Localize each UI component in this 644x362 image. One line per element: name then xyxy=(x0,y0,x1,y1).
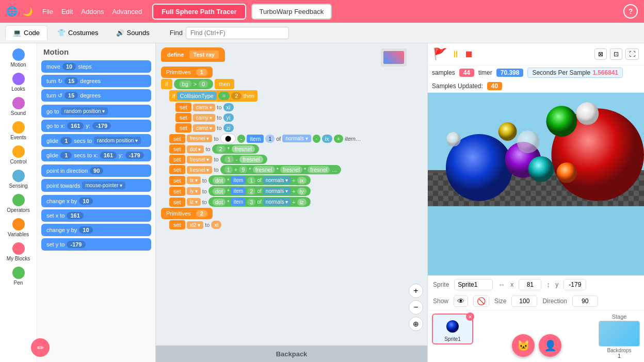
x-label: x xyxy=(510,281,513,288)
sounds-icon: 🔊 xyxy=(116,29,124,37)
script-canvas: define Test ray Primitives 1 if xyxy=(156,43,427,362)
category-myblocks[interactable]: My Blocks xyxy=(2,240,36,264)
set-iz-block: set iz ▾ to dot * item 3 of normals ▾ + … xyxy=(169,197,407,207)
stage-scene xyxy=(428,93,644,206)
cat-action-btn[interactable]: 🐱 xyxy=(512,334,535,357)
block-turn-ccw[interactable]: turn ↺ 15 degrees xyxy=(41,89,151,102)
sps-label: Seconds Per Sample xyxy=(532,69,590,76)
zoom-in-btn[interactable]: + xyxy=(409,284,423,298)
find-label: Find xyxy=(170,29,183,37)
set-fresnel-block: set fresnel ▾ to ⬤ - item 1 of normals ▾… xyxy=(169,134,407,143)
help-icon[interactable]: ? xyxy=(623,4,638,19)
category-sound[interactable]: Sound xyxy=(2,95,36,118)
seconds-per-sample: Seconds Per Sample 1.566841 xyxy=(527,68,623,78)
if-block-1: if bg > 0 then xyxy=(161,79,407,89)
direction-input[interactable] xyxy=(572,295,598,307)
svg-point-19 xyxy=(446,320,459,333)
zoom-out-btn[interactable]: − xyxy=(409,300,423,315)
shrink-view-btn[interactable]: ⊠ xyxy=(594,48,607,60)
block-point-towards[interactable]: point towards mouse-pointer ▾ xyxy=(41,179,151,192)
y-input[interactable] xyxy=(564,279,586,290)
block-set-y[interactable]: set y to -179 xyxy=(41,238,151,251)
editor-tabs: 💻 Code 👕 Costumes 🔊 Sounds Find xyxy=(0,23,644,43)
samples-updated-value: 40 xyxy=(487,82,502,90)
advanced-menu[interactable]: Advanced xyxy=(112,8,142,15)
set-dot-block: set dot ▾ to 2 * fresnel xyxy=(169,144,407,154)
fullscreen-btn[interactable]: ⛶ xyxy=(625,48,639,60)
costume-action-btn[interactable]: 👤 xyxy=(539,334,561,357)
block-glide-xy[interactable]: glide 1 secs to x: 161 y: -179 xyxy=(41,149,151,161)
zoom-controls: + − ⊕ xyxy=(409,284,423,331)
normal-view-btn[interactable]: ⊡ xyxy=(610,48,622,60)
turbowarp-feedback-button[interactable]: TurboWarp Feedback xyxy=(251,4,332,20)
file-menu[interactable]: File xyxy=(42,8,53,15)
stats-bar: samples 44 timer 70.398 Seconds Per Samp… xyxy=(428,65,644,93)
block-set-x[interactable]: set x to 161 xyxy=(41,209,151,222)
svg-rect-17 xyxy=(428,93,644,206)
backpack-bar[interactable]: Backpack xyxy=(156,345,427,362)
script-area[interactable]: define Test ray Primitives 1 if xyxy=(156,43,427,362)
samples-updated-label: Samples Updated: xyxy=(432,83,483,90)
find-input[interactable] xyxy=(186,27,289,39)
category-events[interactable]: Events xyxy=(2,119,36,142)
block-glide-pos[interactable]: glide 1 secs to random position ▾ xyxy=(41,134,151,147)
timer-value: 70.398 xyxy=(496,69,524,77)
stage-section: Stage Backdrops 1 xyxy=(599,314,640,359)
x-input[interactable] xyxy=(519,279,541,290)
project-title-button[interactable]: Full Sphere Path Tracer xyxy=(152,4,246,20)
backpack-label: Backpack xyxy=(276,350,308,358)
category-control[interactable]: Control xyxy=(2,143,36,167)
block-goto-xy[interactable]: go to x: 161 y: -179 xyxy=(41,120,151,132)
set-xl2-block: set xl2 ▾ to xl xyxy=(169,220,407,229)
nav-menu: File Edit Addons Advanced xyxy=(42,8,142,15)
category-operators[interactable]: Operators xyxy=(2,192,36,215)
set-fresnel2-block: set fresnel ▾ to 1 - fresnel xyxy=(169,155,407,164)
backdrops-count: 1 xyxy=(618,353,621,359)
sprite-info: Sprite ↔ x ↕ y xyxy=(428,275,644,293)
category-pen[interactable]: Pen xyxy=(2,265,36,288)
pause-btn[interactable]: ⏸ xyxy=(451,49,460,60)
stop-btn[interactable]: ⏹ xyxy=(464,49,474,60)
blocks-panel-title: Motion xyxy=(41,47,151,56)
stage-thumbnail[interactable] xyxy=(599,321,640,347)
block-goto[interactable]: go to random position ▾ xyxy=(41,105,151,118)
category-sensing[interactable]: Sensing xyxy=(2,168,36,191)
addons-menu[interactable]: Addons xyxy=(81,8,104,15)
block-change-x[interactable]: change x by 10 xyxy=(41,195,151,207)
category-motion[interactable]: Motion xyxy=(2,46,36,70)
tab-costumes[interactable]: 👕 Costumes xyxy=(50,25,106,40)
sprite-delete-btn[interactable]: ✕ xyxy=(466,312,474,321)
sprite-thumb-1[interactable]: ✕ Sprite1 xyxy=(432,314,473,344)
if-collision-block: if CollisionType = 2 then xyxy=(169,90,257,102)
stage-area: 🚩 ⏸ ⏹ ⊠ ⊡ ⛶ samples 44 timer 70.398 Seco… xyxy=(427,43,644,362)
pen-button[interactable]: ✏ xyxy=(31,338,50,357)
stage-canvas[interactable] xyxy=(428,93,644,275)
block-change-y[interactable]: change y by 10 xyxy=(41,224,151,236)
block-point-dir[interactable]: point in direction 90 xyxy=(41,164,151,177)
primitives-block-2: Primitives 2 xyxy=(161,208,407,219)
sprite-name-input[interactable] xyxy=(454,279,493,290)
tab-sounds[interactable]: 🔊 Sounds xyxy=(108,25,157,40)
category-looks[interactable]: Looks xyxy=(2,71,36,94)
main-layout: Motion Looks Sound Events Control Sensin… xyxy=(0,43,644,362)
green-flag-btn[interactable]: 🚩 xyxy=(433,47,447,61)
block-move[interactable]: move 10 steps xyxy=(41,60,151,73)
show-visible-btn[interactable]: 👁 xyxy=(454,295,468,307)
block-turn-cw[interactable]: turn ↻ 15 degrees xyxy=(41,75,151,87)
primitives-block-1: Primitives 1 xyxy=(161,67,213,78)
stage-view-btns: ⊠ ⊡ ⛶ xyxy=(594,48,639,60)
edit-menu[interactable]: Edit xyxy=(61,8,73,15)
tab-code[interactable]: 💻 Code xyxy=(5,25,47,40)
samples-label: samples xyxy=(432,69,455,76)
show-hidden-btn[interactable]: 🚫 xyxy=(473,295,489,307)
zoom-reset-btn[interactable]: ⊕ xyxy=(409,317,423,331)
set-ix-block: set ix ▾ to dot * item 1 of normals ▾ + … xyxy=(169,175,407,185)
y-label: y xyxy=(555,281,558,288)
sprite-label: Sprite xyxy=(433,281,449,288)
show-label: Show xyxy=(433,298,448,305)
top-nav: 🌐 🌙 File Edit Addons Advanced Full Spher… xyxy=(0,0,644,23)
find-bar: Find xyxy=(170,27,289,39)
set-blocks-group: set camx ▾ to xi set camy ▾ to yi set ca… xyxy=(175,103,407,133)
size-input[interactable] xyxy=(511,295,537,307)
category-variables[interactable]: Variables xyxy=(2,216,36,239)
